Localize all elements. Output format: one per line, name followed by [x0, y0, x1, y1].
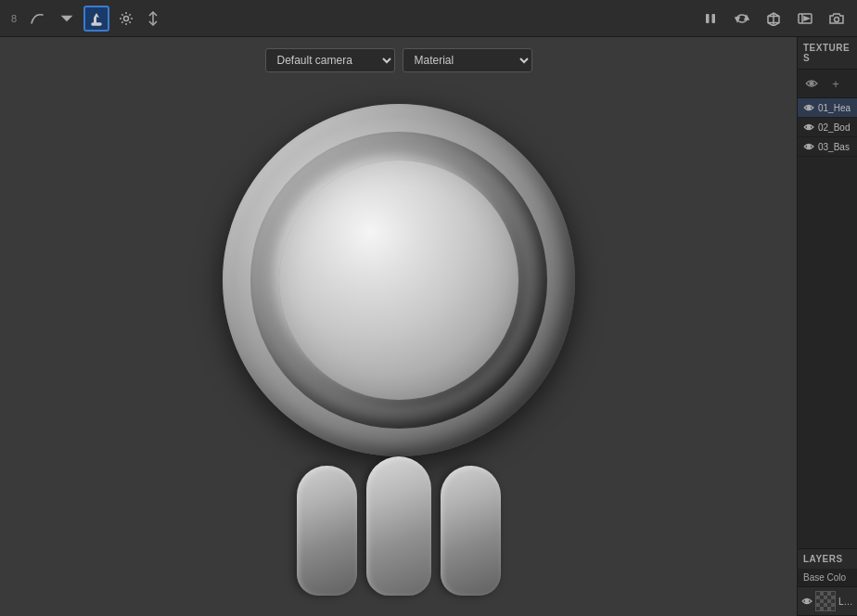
- viewport: Default camera Camera 1 Top Front Side M…: [0, 37, 797, 616]
- curve-button[interactable]: [24, 6, 50, 32]
- cube-button[interactable]: [761, 6, 787, 32]
- transform-button[interactable]: [143, 6, 169, 32]
- layers-header: LAYERS: [798, 549, 857, 569]
- layer-eye-icon: [801, 595, 812, 608]
- texture-set-header: TEXTURE S: [798, 37, 857, 70]
- layers-section: LAYERS Base Colo L…: [798, 548, 857, 616]
- dropdown-button[interactable]: [54, 6, 80, 32]
- medal-outer-ring: [223, 104, 575, 456]
- medal-leg-right: [441, 466, 501, 596]
- svg-point-21: [805, 599, 809, 603]
- svg-marker-0: [61, 15, 73, 20]
- main-area: Default camera Camera 1 Top Front Side M…: [0, 37, 857, 616]
- main-toolbar: 8: [0, 0, 857, 37]
- eye-icon-02: [803, 122, 814, 133]
- svg-point-16: [835, 17, 839, 21]
- medal-3d-model: [167, 58, 631, 596]
- svg-point-19: [807, 125, 811, 129]
- svg-rect-5: [706, 14, 710, 23]
- medal-face: [279, 160, 518, 400]
- stamp-button[interactable]: [83, 6, 109, 32]
- svg-rect-2: [92, 23, 101, 25]
- render-button[interactable]: [792, 6, 818, 32]
- svg-rect-6: [712, 14, 716, 23]
- layer-thumbnail: [815, 591, 836, 611]
- camera-select[interactable]: Default camera Camera 1 Top Front Side: [265, 48, 395, 72]
- texture-item-01-head[interactable]: 01_Hea: [798, 98, 857, 118]
- svg-point-18: [807, 106, 811, 109]
- svg-marker-1: [94, 13, 99, 23]
- texture-name-02: 02_Bod: [818, 122, 850, 133]
- medal-base: [297, 447, 501, 596]
- toolbar-number: 8: [7, 13, 20, 24]
- pause-button[interactable]: [697, 6, 723, 32]
- layer-channel: Base Colo: [798, 569, 857, 587]
- viewport-toolbar: Default camera Camera 1 Top Front Side M…: [265, 48, 532, 72]
- svg-point-20: [807, 145, 811, 148]
- right-panel: TEXTURE S + 01_Hea: [797, 37, 857, 616]
- medal-leg-center: [366, 456, 431, 596]
- texture-add-button[interactable]: +: [825, 73, 846, 94]
- screenshot-button[interactable]: [824, 6, 850, 32]
- scene-container: [0, 37, 797, 616]
- svg-marker-15: [804, 17, 809, 20]
- settings-button[interactable]: [113, 6, 139, 32]
- texture-name-01: 01_Hea: [818, 103, 851, 113]
- material-select[interactable]: Material UV Wireframe: [403, 48, 532, 72]
- layer-item-1[interactable]: L…: [798, 587, 857, 616]
- eye-icon-03: [803, 141, 814, 152]
- svg-point-17: [810, 82, 813, 85]
- texture-item-03-base[interactable]: 03_Bas: [798, 137, 857, 157]
- texture-set-icons: +: [798, 70, 857, 98]
- medal-leg-left: [297, 466, 357, 596]
- camera-switch-button[interactable]: [729, 6, 755, 32]
- eye-icon-01: [803, 102, 814, 113]
- toolbar-right: [697, 6, 850, 32]
- medal-inner-ring: [250, 132, 547, 429]
- layer-name: L…: [838, 597, 853, 607]
- texture-name-03: 03_Bas: [818, 142, 850, 152]
- texture-item-02-body[interactable]: 02_Bod: [798, 118, 857, 137]
- texture-eye-button[interactable]: [801, 73, 822, 94]
- svg-point-3: [124, 16, 129, 20]
